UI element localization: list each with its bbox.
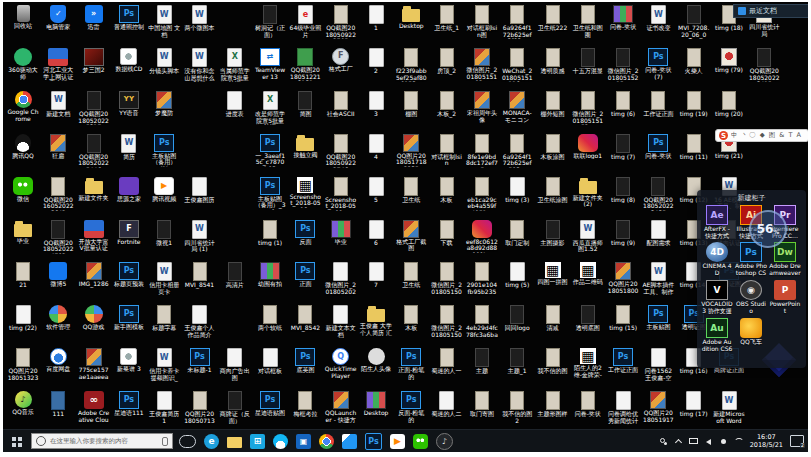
desktop-icon[interactable]: 清减 bbox=[536, 305, 570, 332]
desktop-icon[interactable]: 对话框刷lsin图 bbox=[465, 5, 499, 38]
desktop-icon[interactable]: Ps反面-粉笔的 bbox=[394, 391, 428, 423]
desktop-icon[interactable]: W新建文档 bbox=[41, 91, 75, 118]
tray-wifi-icon[interactable] bbox=[734, 437, 743, 446]
app-shortcut[interactable]: QQ飞车 bbox=[734, 318, 768, 353]
desktop-icon[interactable]: 木板 bbox=[430, 177, 464, 204]
desktop-icon[interactable]: ▦作品二维码 bbox=[571, 262, 605, 286]
taskbar-pin-edge[interactable]: e bbox=[204, 434, 219, 449]
desktop-icon[interactable]: IMG_1286 bbox=[77, 262, 111, 288]
desktop-icon[interactable]: 幼围有拍 bbox=[253, 262, 287, 288]
desktop-icon[interactable]: W证书改变 bbox=[641, 5, 675, 32]
desktop-icon[interactable]: 毕业 bbox=[6, 220, 40, 245]
desktop-icon[interactable]: 卫生纸涂图 bbox=[536, 177, 570, 204]
desktop-icon[interactable]: QQ截图20180520224702 bbox=[41, 220, 75, 254]
recent-docs-popup[interactable]: 最近文档 bbox=[733, 4, 808, 18]
desktop-icon[interactable]: ⇄TeamViewer 13 bbox=[253, 48, 287, 80]
desktop-icon[interactable]: 问卷-奖状 bbox=[606, 5, 640, 31]
desktop-icon[interactable]: 1 bbox=[359, 5, 393, 32]
desktop-icon[interactable]: YYYY语音 bbox=[112, 91, 146, 117]
desktop-icon[interactable]: 主图摄影 bbox=[536, 220, 570, 247]
desktop-icon[interactable]: timg (7) bbox=[606, 134, 640, 161]
desktop-icon[interactable]: Screenshot_2018-05-09… bbox=[324, 177, 358, 211]
desktop-icon[interactable]: MVI_8541 bbox=[183, 262, 217, 289]
desktop-icon[interactable]: 思源之家 bbox=[112, 177, 146, 203]
desktop-icon[interactable]: ▦Screenshot_2018-05-06… bbox=[288, 177, 322, 208]
desktop-icon[interactable]: 透明底图 bbox=[571, 305, 605, 332]
desktop-icon[interactable]: 狂扁 bbox=[41, 134, 75, 160]
desktop-icon[interactable]: QQ图片20180517182235 bbox=[394, 134, 428, 167]
desktop-icon[interactable]: 联联logo1 bbox=[571, 134, 605, 160]
desktop-icon[interactable]: 新建文件夹 bbox=[77, 177, 111, 202]
desktop-icon[interactable]: 软件管理 bbox=[41, 305, 75, 331]
desktop-icon[interactable]: 8fe1e9bd8dc172ef7ac5… bbox=[465, 134, 499, 168]
desktop-icon[interactable]: ∞Adobe Creative Cloud bbox=[77, 391, 111, 424]
desktop-icon[interactable]: Ps工作证正面 bbox=[606, 348, 640, 374]
tray-hotspot-icon[interactable] bbox=[659, 437, 668, 446]
taskbar-pin-pc-manager[interactable] bbox=[342, 434, 357, 449]
desktop-icon[interactable]: 标题字幕 bbox=[147, 305, 181, 332]
desktop-icon[interactable]: Ps主板贴图（备用）(1) bbox=[147, 134, 181, 167]
desktop-icon[interactable]: W信用卡养卡提额图识_小白… bbox=[147, 348, 181, 382]
desktop-icon[interactable]: 微信图片_2018051509… bbox=[430, 305, 464, 339]
desktop-icon[interactable]: 工作证正面 bbox=[641, 91, 675, 118]
desktop-icon[interactable]: Ps星迪语贴图 bbox=[253, 391, 287, 417]
app-shortcut[interactable]: PsAdobe Photoshop CS6… bbox=[734, 242, 768, 277]
taskbar-pin-task-view[interactable] bbox=[179, 435, 196, 448]
desktop-icon[interactable]: 毕业 bbox=[324, 220, 358, 246]
desktop-icon[interactable]: MVI_7208.20_06_03… bbox=[677, 5, 711, 39]
tray-volume-icon[interactable] bbox=[704, 437, 713, 446]
desktop-icon[interactable]: 4eb29d4fc78fc3a6ba29… bbox=[465, 305, 499, 339]
desktop-icon[interactable]: QQ截图20180520225446 bbox=[77, 134, 111, 168]
taskbar-pin-qq[interactable] bbox=[273, 434, 288, 449]
sogou-input-bar[interactable]: S 中 丶〇 ◆ 图 & T A bbox=[715, 129, 808, 142]
desktop-icon[interactable]: QQ图片20180518000011 bbox=[606, 262, 640, 295]
taskbar-pin-chrome[interactable] bbox=[319, 434, 334, 449]
desktop-icon[interactable]: 接触立阀 bbox=[288, 134, 322, 159]
desktop-icon[interactable]: timg (9) bbox=[606, 220, 640, 247]
desktop-icon[interactable]: QQuickTime Player bbox=[324, 348, 358, 379]
desktop-icon[interactable]: 5 bbox=[359, 177, 393, 204]
tray-display-icon[interactable] bbox=[689, 437, 698, 446]
desktop-icon[interactable]: Desktop bbox=[359, 391, 393, 417]
desktop-icon[interactable]: 微视1 bbox=[147, 220, 181, 247]
desktop-icon[interactable]: QQ截图20180512213131 bbox=[288, 48, 322, 81]
desktop-icon[interactable]: W信用卡相册页卡 bbox=[147, 262, 181, 295]
desktop-icon[interactable]: timg (17) bbox=[677, 391, 711, 418]
desktop-icon[interactable]: e64级毕业照片 bbox=[288, 5, 322, 38]
desktop-icon[interactable]: QQ游戏 bbox=[77, 305, 111, 331]
desktop-icon[interactable]: 进度表 bbox=[218, 91, 252, 118]
desktop-icon[interactable]: 回收站 bbox=[6, 5, 40, 30]
desktop-icon[interactable]: 111 bbox=[41, 391, 75, 418]
desktop-icon[interactable]: QQ图片20180513234803 bbox=[6, 348, 40, 382]
desktop-icon[interactable]: 3 bbox=[359, 91, 393, 118]
desktop-icon[interactable]: FFortnite bbox=[112, 220, 146, 246]
app-shortcut[interactable]: DwAdobe Dreamweaver C… bbox=[768, 242, 802, 277]
desktop-icon[interactable]: W两个微图本 bbox=[183, 5, 217, 32]
desktop-icon[interactable]: 主题_1 bbox=[500, 348, 534, 375]
desktop-icon[interactable]: QQ截图20180520223435 bbox=[641, 177, 675, 211]
desktop-icon[interactable]: 蜀迷的人一 bbox=[430, 348, 464, 375]
desktop-icon[interactable]: 微信图片_2018051509… bbox=[430, 262, 464, 296]
desktop-icon[interactable]: Ps一_3aeaf15c_c7870b08 bbox=[253, 134, 287, 167]
desktop-icon[interactable]: 下载 bbox=[430, 220, 464, 247]
desktop-icon[interactable]: 取门寄图 bbox=[465, 391, 499, 418]
desktop-icon[interactable]: Ps星迪语111 bbox=[112, 391, 146, 417]
app-shortcut[interactable]: VVOCALOID3 协作支援服 bbox=[700, 280, 734, 315]
tray-input-indicator-icon[interactable] bbox=[719, 437, 728, 446]
desktop-icon[interactable]: 木板涂图 bbox=[536, 134, 570, 161]
desktop-icon[interactable]: timg (11) bbox=[677, 134, 711, 161]
desktop-icon[interactable]: 格式工厂截图 bbox=[394, 220, 428, 252]
desktop-icon[interactable]: Ps主板贴图（备用）_3aeaf… bbox=[253, 177, 287, 210]
desktop-icon[interactable]: Ps主板贴图 bbox=[641, 305, 675, 331]
desktop-icon[interactable]: W简历 bbox=[112, 134, 146, 161]
desktop-icon[interactable]: Ps普通照控制 bbox=[112, 5, 146, 31]
taskbar-clock[interactable]: 16:07 2018/5/21 bbox=[750, 433, 783, 449]
desktop-icon[interactable]: 棚图 bbox=[394, 91, 428, 118]
desktop-icon[interactable]: WAE脚本插件工具、制作视… bbox=[641, 262, 675, 296]
desktop-icon[interactable]: 微信图片_2018052022… bbox=[324, 262, 358, 296]
desktop-icon[interactable]: 蜀迷的人二 bbox=[430, 391, 464, 418]
desktop-icon[interactable]: 6a9264f172b625ef3f68… bbox=[500, 5, 534, 39]
desktop-icon[interactable]: 宋祖周年头像 bbox=[465, 91, 499, 123]
desktop-icon[interactable]: 王俊鑫简历1 bbox=[147, 391, 181, 424]
desktop-icon[interactable]: 2 bbox=[359, 48, 393, 75]
